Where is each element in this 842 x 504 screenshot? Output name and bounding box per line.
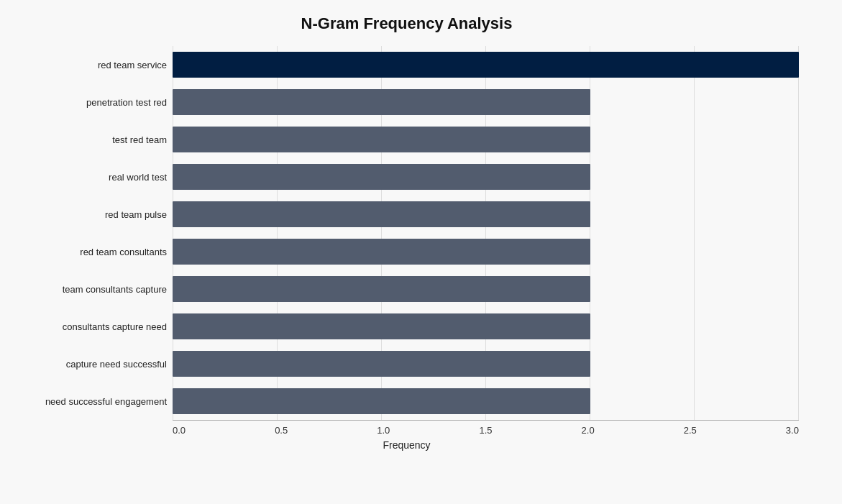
bar-row (173, 46, 799, 83)
x-tick-item: 2.0 (582, 425, 595, 436)
y-label: real world test (109, 158, 167, 196)
bar (173, 351, 590, 377)
chart-title: N-Gram Frequency Analysis (301, 14, 513, 33)
x-tick-item: 0.5 (275, 425, 288, 436)
bar (173, 89, 590, 115)
x-axis-title: Frequency (383, 439, 430, 451)
bars-and-grid (173, 46, 799, 420)
bar (173, 388, 590, 414)
x-tick-item: 1.0 (377, 425, 390, 436)
bar-row (173, 233, 799, 270)
bar-row (173, 196, 799, 233)
y-label: need successful engagement (45, 382, 167, 420)
chart-container: N-Gram Frequency Analysis red team servi… (0, 0, 842, 504)
x-tick-item: 2.5 (684, 425, 697, 436)
bottom-section: 0.00.51.01.52.02.53.0 (14, 420, 799, 436)
y-labels: red team servicepenetration test redtest… (14, 46, 173, 420)
x-tick-item: 0.0 (173, 425, 186, 436)
bar (173, 127, 590, 152)
bar (173, 313, 590, 339)
y-label: red team consultants (80, 233, 167, 270)
bar-row (173, 158, 799, 196)
bar (173, 276, 590, 302)
y-label: red team service (98, 46, 167, 83)
x-tick-item: 1.5 (479, 425, 492, 436)
y-label: team consultants capture (63, 270, 167, 308)
y-label: penetration test red (86, 83, 167, 121)
y-label: consultants capture need (63, 308, 167, 345)
bar (173, 164, 590, 190)
y-label: capture need successful (66, 345, 167, 382)
chart-area: red team servicepenetration test redtest… (14, 46, 799, 420)
bar-row (173, 308, 799, 345)
bar (173, 52, 799, 78)
bar (173, 239, 590, 265)
bar-row (173, 83, 799, 121)
bar-row (173, 121, 799, 158)
y-label: test red team (112, 121, 167, 158)
x-ticks-area: 0.00.51.01.52.02.53.0 (173, 420, 799, 436)
y-label: red team pulse (105, 196, 167, 233)
x-label-area: Frequency (14, 436, 799, 452)
bar (173, 201, 590, 227)
bar-row (173, 270, 799, 308)
x-tick-item: 3.0 (786, 425, 799, 436)
bar-row (173, 382, 799, 420)
bar-row (173, 345, 799, 382)
